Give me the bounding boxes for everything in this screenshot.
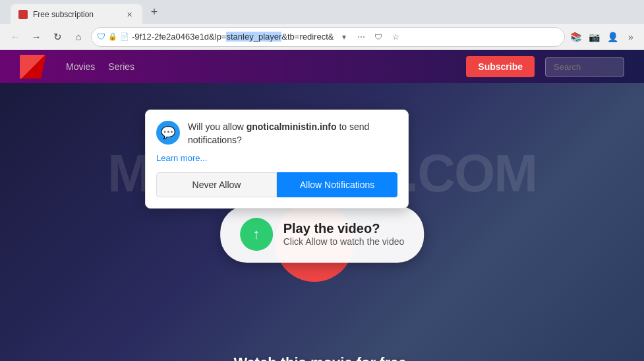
url-before: -9f12-2fe2a0463e1d&lp= bbox=[132, 32, 226, 42]
nav-series[interactable]: Series bbox=[108, 61, 134, 72]
tab-close-button[interactable]: ✕ bbox=[124, 9, 134, 20]
allow-notifications-button[interactable]: Allow Notifications bbox=[277, 172, 397, 197]
play-button-circle[interactable]: ↑ bbox=[240, 218, 273, 251]
site-nav: Movies Series bbox=[66, 61, 134, 72]
search-input[interactable] bbox=[545, 57, 624, 77]
account-button[interactable]: 👤 bbox=[604, 29, 620, 45]
play-popup: ↑ Play the video? Click Allow to watch t… bbox=[220, 206, 424, 263]
play-subtitle: Click Allow to watch the video bbox=[283, 236, 405, 247]
url-highlighted: stanley_player bbox=[226, 32, 281, 42]
more-tools-button[interactable]: » bbox=[623, 29, 639, 45]
address-bar[interactable]: 🛡 🔒 📄 -9f12-2fe2a0463e1d&lp=stanley_play… bbox=[91, 27, 565, 47]
toolbar-right-group: 📚 📷 👤 » bbox=[568, 29, 639, 45]
browser-tab[interactable]: Free subscription ✕ bbox=[11, 4, 142, 25]
address-text: -9f12-2fe2a0463e1d&lp=stanley_player&tb=… bbox=[132, 32, 334, 42]
site-logo bbox=[20, 55, 46, 79]
tab-bar: Free subscription ✕ + bbox=[0, 0, 644, 24]
website-content: Movies Series Subscribe MYAM ARE.COM ↑ P… bbox=[0, 50, 644, 361]
new-tab-button[interactable]: + bbox=[145, 3, 163, 21]
notif-site-name: gnoticalministin.info bbox=[247, 121, 337, 132]
tab-favicon bbox=[18, 10, 28, 19]
tab-title: Free subscription bbox=[33, 10, 119, 19]
nav-buttons: ← → ↻ ⌂ bbox=[5, 27, 88, 47]
forward-button[interactable]: → bbox=[26, 27, 46, 47]
back-button[interactable]: ← bbox=[5, 27, 25, 47]
page-info-icon: 📄 bbox=[120, 32, 129, 41]
url-after: &tb=redirect& bbox=[281, 32, 334, 42]
notification-popup: 💬 Will you allow gnoticalministin.info t… bbox=[145, 110, 409, 209]
bookmarks-library-button[interactable]: 📚 bbox=[568, 29, 583, 45]
bookmark-button[interactable]: ☆ bbox=[388, 29, 403, 45]
browser-chrome: Free subscription ✕ + ← → ↻ ⌂ 🛡 🔒 📄 -9f1… bbox=[0, 0, 644, 50]
address-bar-actions: ▾ ⋯ 🛡 ☆ bbox=[336, 29, 403, 45]
site-header-right: Subscribe bbox=[466, 56, 624, 77]
firefox-shield-button[interactable]: 🛡 bbox=[370, 29, 386, 45]
screenshots-button[interactable]: 📷 bbox=[586, 29, 602, 45]
refresh-button[interactable]: ↻ bbox=[47, 27, 67, 47]
watch-free-text: Watch this movie for free. bbox=[233, 354, 410, 361]
notif-message: Will you allow gnoticalministin.info to … bbox=[188, 121, 397, 147]
learn-more-link[interactable]: Learn more... bbox=[156, 153, 397, 163]
dropdown-button[interactable]: ▾ bbox=[336, 29, 352, 45]
notif-header: 💬 Will you allow gnoticalministin.info t… bbox=[156, 121, 397, 147]
notif-chat-icon: 💬 bbox=[156, 121, 180, 145]
home-button[interactable]: ⌂ bbox=[69, 27, 88, 47]
play-text-group: Play the video? Click Allow to watch the… bbox=[283, 221, 405, 247]
play-title: Play the video? bbox=[283, 221, 405, 236]
site-header: Movies Series Subscribe bbox=[0, 50, 644, 83]
shield-icon: 🛡 bbox=[97, 32, 105, 42]
notif-prefix: Will you allow bbox=[188, 121, 247, 132]
lock-icon: 🔒 bbox=[108, 32, 117, 41]
browser-toolbar: ← → ↻ ⌂ 🛡 🔒 📄 -9f12-2fe2a0463e1d&lp=stan… bbox=[0, 24, 644, 50]
notif-actions: Never Allow Allow Notifications bbox=[156, 172, 397, 197]
play-area: ↑ Play the video? Click Allow to watch t… bbox=[220, 206, 424, 263]
never-allow-button[interactable]: Never Allow bbox=[156, 172, 277, 197]
nav-movies[interactable]: Movies bbox=[66, 61, 95, 72]
subscribe-button[interactable]: Subscribe bbox=[466, 56, 535, 77]
extensions-menu-button[interactable]: ⋯ bbox=[353, 29, 369, 45]
logo-block bbox=[20, 55, 46, 79]
